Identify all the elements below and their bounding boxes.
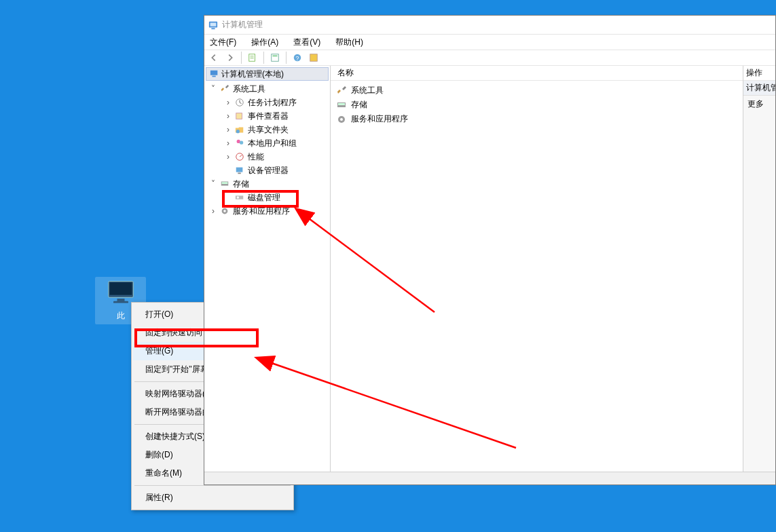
event-icon — [234, 111, 245, 121]
list-item-label: 服务和应用程序 — [351, 113, 408, 125]
computer-icon — [209, 69, 220, 79]
properties-button[interactable] — [268, 51, 282, 64]
status-bar — [204, 472, 775, 484]
tree-label: 系统工具 — [233, 83, 265, 95]
menu-properties[interactable]: 属性(R) — [133, 489, 292, 507]
list-item-storage[interactable]: 存储 — [335, 98, 739, 112]
svg-rect-2 — [117, 299, 124, 301]
services-icon — [336, 114, 347, 125]
tree-label: 共享文件夹 — [248, 124, 289, 136]
svg-rect-10 — [272, 54, 279, 62]
storage-icon — [219, 178, 230, 189]
svg-rect-9 — [251, 58, 254, 58]
tree-device-manager[interactable]: 设备管理器 — [204, 164, 330, 177]
disk-icon — [234, 192, 245, 203]
tree-root[interactable]: 计算机管理(本地) — [206, 67, 329, 81]
svg-point-30 — [223, 210, 226, 212]
title-bar[interactable]: 计算机管理 — [204, 16, 775, 35]
tree-label: 存储 — [233, 178, 249, 190]
tree-storage[interactable]: ˅ 存储 — [204, 177, 330, 191]
collapse-icon[interactable]: ˅ — [210, 84, 217, 94]
svg-rect-16 — [213, 76, 216, 77]
blank-expander — [225, 166, 232, 175]
menu-help[interactable]: 帮助(H) — [333, 35, 366, 50]
expand-icon[interactable]: › — [225, 98, 232, 107]
tree-disk-management[interactable]: 磁盘管理 — [204, 191, 330, 204]
computer-management-window: 计算机管理 文件(F) 操作(A) 查看(V) 帮助(H) ? 计算机管理(本地… — [204, 15, 776, 485]
svg-rect-8 — [251, 56, 254, 56]
storage-icon — [336, 100, 347, 111]
tools-icon — [336, 86, 347, 96]
app-icon — [208, 20, 218, 30]
tree-services-apps[interactable]: › 服务和应用程序 — [204, 204, 330, 218]
menu-bar: 文件(F) 操作(A) 查看(V) 帮助(H) — [204, 35, 775, 50]
expand-icon[interactable]: › — [210, 206, 217, 216]
tree-root-label: 计算机管理(本地) — [221, 69, 284, 80]
menu-view[interactable]: 查看(V) — [291, 35, 323, 50]
expand-icon[interactable]: › — [225, 152, 232, 162]
svg-point-21 — [240, 141, 243, 145]
tree-label: 服务和应用程序 — [233, 206, 290, 217]
forward-button[interactable] — [223, 51, 237, 64]
svg-rect-26 — [222, 182, 228, 184]
svg-rect-18 — [236, 113, 242, 119]
list-item-services-apps[interactable]: 服务和应用程序 — [335, 112, 739, 126]
tree-local-users[interactable]: › 本地用户和组 — [204, 136, 330, 150]
help-button[interactable]: ? — [291, 51, 304, 64]
list-item-system-tools[interactable]: 系统工具 — [335, 83, 739, 98]
tree-label: 本地用户和组 — [248, 138, 297, 149]
tree-shared-folders[interactable]: › 共享文件夹 — [204, 123, 330, 136]
svg-rect-32 — [338, 103, 345, 105]
tree-label: 性能 — [248, 151, 264, 163]
tree-system-tools[interactable]: ˅ 系统工具 — [204, 82, 330, 96]
back-button[interactable] — [207, 51, 221, 64]
svg-rect-27 — [236, 195, 243, 199]
tools-icon — [219, 83, 230, 94]
svg-rect-24 — [238, 173, 240, 174]
performance-icon — [234, 151, 245, 162]
expand-icon[interactable]: › — [225, 125, 232, 134]
list-column-name[interactable]: 名称 — [331, 66, 743, 81]
tree-label: 任务计划程序 — [248, 97, 297, 109]
svg-text:?: ? — [296, 55, 299, 62]
menu-separator — [134, 485, 291, 486]
device-icon — [234, 165, 245, 176]
svg-point-34 — [340, 118, 343, 121]
action-more[interactable]: 更多 — [743, 96, 775, 113]
tree-pane: 计算机管理(本地) ˅ 系统工具 › 任务计划程序 — [204, 66, 331, 472]
list-pane: 名称 系统工具 存储 服务和应用程序 — [331, 66, 743, 472]
list-item-label: 系统工具 — [351, 85, 384, 96]
action-pane: 操作 计算机管 更多 — [743, 66, 775, 472]
svg-point-28 — [237, 196, 240, 199]
users-icon — [234, 138, 245, 149]
tree-label: 事件查看器 — [248, 111, 289, 122]
svg-rect-1 — [109, 282, 132, 294]
tool-bar: ? — [204, 50, 775, 66]
svg-rect-6 — [211, 28, 215, 29]
services-icon — [219, 206, 230, 216]
blank-expander — [225, 193, 232, 202]
svg-rect-5 — [210, 22, 217, 26]
tree-task-scheduler[interactable]: › 任务计划程序 — [204, 96, 330, 109]
collapse-icon[interactable]: ˅ — [210, 179, 217, 189]
svg-rect-15 — [210, 71, 218, 75]
window-title: 计算机管理 — [222, 19, 263, 31]
tree-label: 磁盘管理 — [248, 192, 280, 204]
expand-icon[interactable]: › — [225, 138, 232, 148]
action-group: 计算机管 — [743, 81, 775, 96]
menu-action[interactable]: 操作(A) — [248, 35, 281, 50]
svg-rect-14 — [310, 54, 318, 62]
show-hide-tree-button[interactable] — [246, 51, 259, 64]
refresh-button[interactable] — [307, 51, 320, 64]
tree-event-viewer[interactable]: › 事件查看器 — [204, 109, 330, 123]
toolbar-separator — [263, 52, 264, 64]
menu-file[interactable]: 文件(F) — [207, 35, 239, 50]
svg-rect-23 — [236, 168, 243, 172]
svg-rect-11 — [273, 56, 278, 57]
expand-icon[interactable]: › — [225, 111, 232, 121]
clock-icon — [234, 97, 245, 108]
svg-rect-3 — [113, 301, 128, 303]
shared-folder-icon — [234, 124, 245, 135]
tree-performance[interactable]: › 性能 — [204, 150, 330, 164]
toolbar-separator — [241, 52, 242, 64]
